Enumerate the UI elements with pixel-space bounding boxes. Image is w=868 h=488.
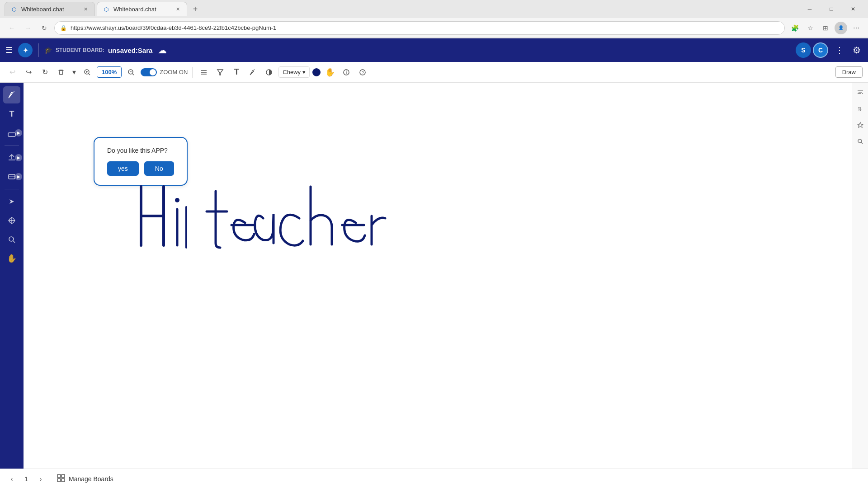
zoom-on-toggle[interactable] [141,68,157,76]
contrast-button[interactable] [262,66,276,79]
sidebar-upload-expand[interactable]: ▶ [15,154,22,161]
zoom-toggle: ZOOM ON [141,68,188,76]
info-button[interactable]: i [340,66,353,79]
font-selector[interactable]: Chewy ▾ [278,66,310,78]
user-c-avatar[interactable]: C [813,42,828,58]
svg-line-6 [132,74,134,75]
svg-text:⇅: ⇅ [858,106,862,112]
canvas-area[interactable]: Do you like this APP? yes No [24,83,852,469]
right-layers-button[interactable] [854,86,867,99]
svg-rect-19 [9,174,15,179]
minimize-button[interactable]: ─ [799,2,820,16]
filter-button[interactable] [213,66,227,79]
lines-button[interactable] [197,66,211,79]
next-page-button[interactable]: › [34,473,47,485]
browser-navbar: ← → ↻ 🔒 https://www.shayr.us/board/39f0c… [0,18,868,38]
prev-page-button[interactable]: ‹ [5,473,18,485]
extensions-button[interactable]: 🧩 [788,22,801,34]
lock-icon: 🔒 [60,25,67,31]
zoom-in-button[interactable] [80,66,94,79]
app-header: ☰ ✦ 🎓 STUDENT BOARD: unsaved:Sara ☁ S C … [0,38,868,62]
svg-point-22 [9,237,14,241]
back-button[interactable]: ← [5,22,18,34]
favorites-button[interactable]: ☆ [804,22,816,34]
nav-right-icons: 🧩 ☆ ⊞ 👤 ⋯ [788,22,863,34]
sidebar-separator-1 [5,145,19,145]
sidebar-tools-button[interactable]: ▶ [3,168,20,185]
sidebar-upload-button[interactable]: ▶ [3,149,20,166]
dialog-question: Do you like this APP? [107,147,174,154]
draw-mode-button[interactable]: Draw [835,66,863,78]
whiteboard-canvas[interactable]: Do you like this APP? yes No [24,83,852,469]
sidebar-separator-2 [5,189,19,189]
boards-icon [57,474,65,484]
sidebar-zoom-search-button[interactable] [3,231,20,248]
maximize-button[interactable]: □ [821,2,842,16]
right-sidebar: ⇅ [852,83,868,469]
left-sidebar: T ▶ ▶ ▶ ✋ [0,83,24,469]
student-board-label: STUDENT BOARD: [56,47,104,53]
browser-more-button[interactable]: ⋯ [850,22,863,34]
svg-point-24 [175,198,179,202]
tab2-close[interactable]: ✕ [174,6,181,13]
tab1-close[interactable]: ✕ [82,6,89,13]
forward-button[interactable]: → [22,22,34,34]
svg-marker-30 [858,122,863,127]
header-separator [38,43,39,57]
svg-line-3 [89,74,90,75]
svg-rect-33 [57,474,61,478]
refresh-button[interactable]: ↻ [38,22,51,34]
refresh-canvas-button[interactable]: ↻ [38,66,52,79]
bottom-bar: ‹ 1 › Manage Boards [0,469,868,488]
save-to-cloud-button[interactable]: ☁ [158,45,167,56]
color-picker[interactable] [312,68,321,76]
svg-marker-10 [217,70,223,75]
browser-tab-2[interactable]: ⬡ Whiteboard.chat ✕ [97,2,187,16]
sidebar-tools-expand[interactable]: ▶ [15,173,22,180]
svg-rect-35 [57,479,61,482]
delete-button[interactable] [54,66,68,79]
sidebar-pen-button[interactable] [3,86,20,103]
redo-button[interactable]: ↪ [22,66,35,79]
settings-button[interactable]: ⚙ [851,43,863,57]
delete-dropdown-button[interactable]: ▾ [71,66,78,79]
svg-line-23 [13,241,15,243]
text-format-button[interactable]: T [230,66,243,79]
manage-boards-button[interactable]: Manage Boards [51,471,120,487]
sidebar-expand-icon[interactable]: ▶ [15,129,22,136]
sidebar-hand-button[interactable]: ✋ [3,250,20,267]
svg-rect-36 [61,479,65,482]
sidebar-text-button[interactable]: T [3,105,20,122]
right-sort-button[interactable]: ⇅ [854,103,867,115]
right-star-button[interactable] [854,119,867,131]
right-search-button[interactable] [854,135,867,148]
sidebar-arrow-button[interactable] [3,193,20,210]
pen-tool-button[interactable] [246,66,259,79]
page-number: 1 [22,475,31,483]
sidebar-move-button[interactable] [3,212,20,229]
zoom-out-button[interactable] [124,66,138,79]
zoom-on-label: ZOOM ON [160,69,188,75]
header-more-button[interactable]: ⋮ [834,43,845,57]
undo-button[interactable]: ↩ [5,66,19,79]
svg-rect-18 [8,133,15,136]
toolbar-sep-1 [192,67,193,78]
font-dropdown-icon: ▾ [302,69,306,75]
svg-text:?: ? [362,70,364,75]
browser-tab-1[interactable]: ⬡ Whiteboard.chat ✕ [5,2,95,16]
hand-tool-button[interactable]: ✋ [323,66,337,79]
new-tab-button[interactable]: + [189,3,202,15]
profile-avatar[interactable]: 👤 [835,22,847,34]
svg-marker-21 [9,199,14,204]
close-button[interactable]: ✕ [843,2,863,16]
collections-button[interactable]: ⊞ [819,22,832,34]
help-button[interactable]: ? [356,66,369,79]
menu-button[interactable]: ☰ [5,45,13,55]
logo-icon: ✦ [18,43,33,57]
svg-line-32 [861,142,863,144]
sidebar-eraser-button[interactable]: ▶ [3,124,20,141]
address-bar[interactable]: 🔒 https://www.shayr.us/board/39f0cdaa-eb… [54,21,785,35]
canvas-handwriting [132,173,394,274]
user-s-avatar[interactable]: S [796,42,811,58]
browser-chrome: ⬡ Whiteboard.chat ✕ ⬡ Whiteboard.chat ✕ … [0,0,868,38]
